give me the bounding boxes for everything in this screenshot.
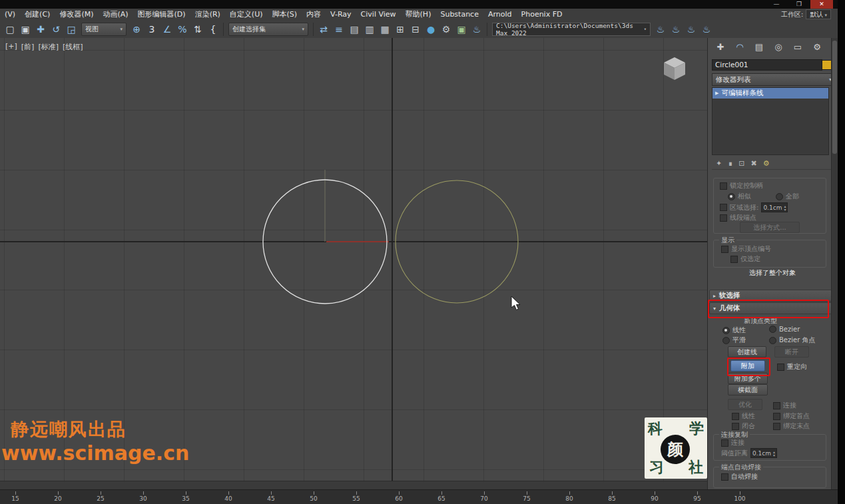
- rendered-frame-window-icon[interactable]: ▣: [454, 22, 469, 37]
- object-color-swatch[interactable]: [822, 60, 832, 70]
- spinner-arrows-icon[interactable]: ▴▾: [784, 204, 786, 211]
- attach-button[interactable]: 附加: [730, 360, 765, 372]
- tab-create-icon[interactable]: ✚: [714, 41, 726, 53]
- modifier-list-dropdown[interactable]: 修改器列表: [712, 73, 836, 86]
- spinner-arrows-icon[interactable]: ▴▾: [773, 450, 775, 457]
- named-selection-sets-icon[interactable]: {: [206, 22, 220, 37]
- minimize-icon[interactable]: —: [765, 0, 788, 9]
- viewport-view-menu[interactable]: [前]: [21, 42, 35, 52]
- workspace-value[interactable]: 默认: [806, 9, 831, 19]
- snap-toggle-3d-icon[interactable]: 3: [144, 22, 159, 37]
- vertex-linear-radio[interactable]: 线性: [722, 326, 746, 335]
- all-radio[interactable]: 全部: [776, 192, 799, 201]
- select-and-move-icon[interactable]: ✚: [33, 22, 48, 37]
- viewport-visual-style-menu[interactable]: [标准]: [38, 42, 59, 52]
- attach-multiple-button[interactable]: 附加多个: [728, 373, 768, 384]
- vertex-bezier-corner-radio[interactable]: Bezier 角点: [769, 336, 815, 345]
- selected-only-checkbox[interactable]: 仅选定: [730, 254, 760, 264]
- schematic-view-icon[interactable]: ⊟: [408, 22, 423, 37]
- render-setup-icon[interactable]: ⚙: [439, 22, 453, 37]
- menu-item[interactable]: 图形编辑器(D): [133, 9, 190, 19]
- render-preset-3-icon[interactable]: ♨: [684, 22, 699, 37]
- panel-scrollbar-thumb[interactable]: [832, 41, 837, 154]
- select-region-rect-icon[interactable]: ▢: [3, 22, 17, 37]
- area-threshold-spinner[interactable]: 0.1cm ▴▾: [761, 202, 788, 212]
- align-icon[interactable]: ≡: [332, 22, 346, 37]
- select-and-rotate-icon[interactable]: ↺: [49, 22, 63, 37]
- object-name-field[interactable]: Circle001: [712, 59, 822, 71]
- vertex-bezier-radio[interactable]: Bezier: [769, 326, 800, 333]
- menu-item[interactable]: 渲染(R): [190, 9, 225, 19]
- stack-item-editable-spline[interactable]: 可编辑样条线: [712, 88, 828, 99]
- connect-copy-checkbox[interactable]: 连接: [721, 438, 744, 447]
- pin-stack-icon[interactable]: ✦: [716, 159, 722, 168]
- cross-section-button[interactable]: 横截面: [728, 384, 768, 395]
- linear-checkbox[interactable]: 线性: [732, 411, 755, 421]
- scene-explorer-icon[interactable]: ▤: [347, 22, 362, 37]
- rollout-soft-selection[interactable]: ▸ 软选择: [709, 290, 837, 302]
- show-end-result-icon[interactable]: ∎: [728, 159, 732, 168]
- menu-item[interactable]: 创建(C): [20, 9, 55, 19]
- tab-display-icon[interactable]: ▭: [792, 41, 804, 53]
- close-icon[interactable]: ✕: [810, 0, 833, 9]
- percent-snap-icon[interactable]: %: [175, 22, 190, 37]
- viewport-maximize-menu[interactable]: [+]: [5, 42, 17, 52]
- select-by-button[interactable]: 选择方式...: [740, 222, 800, 233]
- break-button[interactable]: 断开: [774, 346, 809, 358]
- tab-modify-icon[interactable]: ◠: [734, 41, 746, 53]
- menu-item[interactable]: 动画(A): [98, 9, 133, 19]
- spinner-snap-icon[interactable]: ⇅: [190, 22, 205, 37]
- angle-snap-icon[interactable]: ∠: [160, 22, 174, 37]
- viewport-front[interactable]: [+] [前] [标准] [线框] 静远嘲风出品 www.scimage.cn …: [0, 38, 707, 481]
- menu-item[interactable]: Phoenix FD: [517, 10, 567, 19]
- refine-button[interactable]: 优化: [728, 399, 762, 410]
- create-line-button[interactable]: 创建线: [728, 346, 766, 358]
- curve-editor-icon[interactable]: ⊞: [393, 22, 408, 37]
- viewcube[interactable]: [658, 53, 691, 86]
- bind-last-checkbox[interactable]: 绑定末点: [773, 421, 810, 431]
- vertex-smooth-radio[interactable]: 平滑: [722, 336, 746, 345]
- alike-radio[interactable]: 相似: [728, 192, 751, 201]
- mirror-icon[interactable]: ⇄: [316, 22, 331, 37]
- menu-item[interactable]: (V): [0, 10, 20, 19]
- reorient-checkbox[interactable]: 重定向: [777, 362, 807, 372]
- connect-checkbox[interactable]: 连接: [773, 401, 796, 410]
- select-region-window-icon[interactable]: ▣: [18, 22, 33, 37]
- rollout-geometry[interactable]: ▾ 几何体: [709, 302, 837, 314]
- menu-item[interactable]: 自定义(U): [225, 9, 268, 19]
- named-selection-set-dropdown[interactable]: 创建选择集: [228, 23, 308, 36]
- select-and-scale-icon[interactable]: ◲: [64, 22, 79, 37]
- menu-item[interactable]: 脚本(S): [268, 9, 302, 19]
- use-pivot-point-icon[interactable]: ⊕: [129, 22, 144, 37]
- workspace-selector[interactable]: 工作区: 默认: [781, 9, 831, 20]
- menu-item[interactable]: 帮助(H): [401, 9, 436, 19]
- render-preset-4-icon[interactable]: ♨: [699, 22, 714, 37]
- menu-item[interactable]: Civil View: [356, 10, 401, 19]
- menu-item[interactable]: Arnold: [483, 10, 517, 19]
- make-unique-icon[interactable]: ⊡: [738, 159, 744, 168]
- threshold-distance-spinner[interactable]: 0.1cm ▴▾: [750, 448, 777, 458]
- material-editor-icon[interactable]: ●: [423, 22, 438, 37]
- render-production-icon[interactable]: ♨: [469, 22, 484, 37]
- lock-handles-checkbox[interactable]: 锁定控制柄: [720, 181, 763, 190]
- menu-item[interactable]: Substance: [435, 10, 483, 19]
- segment-end-checkbox[interactable]: 线段端点: [720, 213, 756, 222]
- render-preset-2-icon[interactable]: ♨: [669, 22, 683, 37]
- maximize-icon[interactable]: ❐: [788, 0, 810, 9]
- render-preset-1-icon[interactable]: ♨: [653, 22, 668, 37]
- tab-utilities-icon[interactable]: ⚙: [811, 41, 823, 53]
- menu-item[interactable]: V-Ray: [326, 10, 356, 19]
- reference-coordinate-dropdown[interactable]: 视图: [81, 23, 127, 36]
- project-folder-dropdown[interactable]: C:\Users\Administrator\Documents\3ds Max…: [492, 23, 651, 36]
- configure-modifier-sets-icon[interactable]: ⚙: [763, 159, 770, 168]
- menu-item[interactable]: 修改器(M): [55, 9, 98, 19]
- show-vertex-numbers-checkbox[interactable]: 显示顶点编号: [721, 244, 771, 254]
- closed-checkbox[interactable]: 闭合: [732, 421, 755, 431]
- area-selection-checkbox[interactable]: 区域选择: 0.1cm ▴▾: [720, 202, 788, 212]
- auto-weld-checkbox[interactable]: 自动焊接: [721, 472, 758, 481]
- bind-first-checkbox[interactable]: 绑定首点: [773, 411, 810, 421]
- tab-hierarchy-icon[interactable]: ▤: [753, 41, 765, 53]
- track-bar[interactable]: 15 20 25 30 35 40: [0, 489, 838, 504]
- spline-circle-second[interactable]: [396, 180, 518, 303]
- remove-modifier-icon[interactable]: ✖: [750, 159, 756, 168]
